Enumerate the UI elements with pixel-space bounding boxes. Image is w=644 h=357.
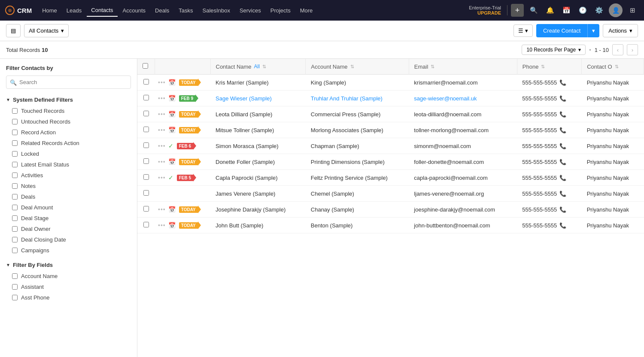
- contact-name-link[interactable]: Sage Wieser (Sample): [216, 95, 272, 102]
- dots-menu[interactable]: •••: [158, 79, 166, 86]
- fields-filter-header[interactable]: ▼ Filter By Fields: [0, 259, 137, 271]
- filter-item-email-status[interactable]: Latest Email Status: [0, 159, 137, 170]
- owner-sort-icon[interactable]: ⇅: [615, 64, 619, 70]
- phone-call-icon[interactable]: 📞: [559, 159, 566, 165]
- logo[interactable]: ◎ CRM: [5, 6, 32, 15]
- account-name-link[interactable]: Truhlar And Truhlar (Sample): [311, 95, 383, 102]
- phone-call-icon[interactable]: 📞: [559, 79, 566, 86]
- deal-owner-checkbox[interactable]: [12, 226, 18, 232]
- phone-call-icon[interactable]: 📞: [559, 143, 566, 149]
- grid-icon[interactable]: ⊞: [626, 4, 639, 17]
- touched-records-checkbox[interactable]: [12, 108, 18, 114]
- row-checkbox[interactable]: [143, 142, 149, 148]
- nav-item-projects[interactable]: Projects: [266, 5, 295, 16]
- nav-item-salesinbox[interactable]: SalesInbox: [198, 5, 234, 16]
- filter-item-asst-phone[interactable]: Asst Phone: [0, 292, 137, 303]
- notes-checkbox[interactable]: [12, 183, 18, 189]
- contact-filter-value[interactable]: All: [254, 64, 260, 70]
- related-records-checkbox[interactable]: [12, 140, 18, 146]
- nav-item-services[interactable]: Services: [235, 5, 265, 16]
- all-contacts-dropdown[interactable]: All Contacts ▾: [24, 24, 69, 37]
- deal-stage-checkbox[interactable]: [12, 215, 18, 221]
- assistant-checkbox[interactable]: [12, 284, 18, 290]
- nav-item-more[interactable]: More: [296, 5, 317, 16]
- bell-icon[interactable]: 🔔: [544, 4, 556, 17]
- dots-menu[interactable]: •••: [158, 158, 166, 165]
- search-icon[interactable]: 🔍: [527, 4, 540, 17]
- filter-item-untouched[interactable]: Untouched Records: [0, 116, 137, 127]
- nav-item-leads[interactable]: Leads: [62, 5, 86, 16]
- untouched-records-checkbox[interactable]: [12, 119, 18, 124]
- deal-amount-checkbox[interactable]: [12, 205, 18, 210]
- view-toggle-button[interactable]: ☰ ▾: [513, 24, 533, 37]
- nav-item-home[interactable]: Home: [38, 5, 61, 16]
- asst-phone-checkbox[interactable]: [12, 295, 18, 300]
- campaigns-checkbox[interactable]: [12, 248, 18, 253]
- row-checkbox[interactable]: [143, 158, 149, 164]
- deals-checkbox[interactable]: [12, 194, 18, 200]
- row-checkbox[interactable]: [143, 190, 149, 196]
- row-checkbox[interactable]: [143, 79, 149, 85]
- filter-item-campaigns[interactable]: Campaigns: [0, 245, 137, 256]
- nav-item-tasks[interactable]: Tasks: [174, 5, 197, 16]
- locked-checkbox[interactable]: [12, 151, 18, 157]
- email-status-checkbox[interactable]: [12, 162, 18, 167]
- nav-item-accounts[interactable]: Accounts: [118, 5, 150, 16]
- row-checkbox[interactable]: [143, 222, 149, 227]
- row-checkbox[interactable]: [143, 206, 149, 212]
- filter-item-deal-amount[interactable]: Deal Amount: [0, 202, 137, 213]
- select-all-checkbox[interactable]: [143, 63, 148, 69]
- filter-item-activities[interactable]: Activities: [0, 170, 137, 181]
- avatar[interactable]: 👤: [609, 3, 623, 17]
- filter-item-touched[interactable]: Touched Records: [0, 106, 137, 116]
- filter-button[interactable]: ▤: [6, 24, 21, 37]
- prev-page-button[interactable]: ‹: [612, 44, 623, 55]
- row-checkbox[interactable]: [143, 111, 149, 116]
- row-checkbox[interactable]: [143, 127, 149, 132]
- filter-item-account-name[interactable]: Account Name: [0, 271, 137, 281]
- dots-menu[interactable]: •••: [158, 174, 166, 181]
- upgrade-label[interactable]: UPGRADE: [469, 10, 501, 15]
- next-page-button[interactable]: ›: [627, 44, 638, 55]
- create-contact-arrow-button[interactable]: ▾: [587, 24, 599, 37]
- settings-icon[interactable]: ⚙️: [592, 4, 605, 17]
- filter-item-deals[interactable]: Deals: [0, 191, 137, 202]
- account-name-sort-icon[interactable]: ⇅: [350, 64, 354, 70]
- filter-item-related[interactable]: Related Records Action: [0, 138, 137, 148]
- dots-menu[interactable]: •••: [158, 206, 166, 213]
- phone-call-icon[interactable]: 📞: [559, 222, 566, 229]
- phone-call-icon[interactable]: 📞: [559, 127, 566, 133]
- filter-item-closing-date[interactable]: Deal Closing Date: [0, 234, 137, 245]
- phone-sort-icon[interactable]: ⇅: [541, 64, 545, 70]
- filter-item-locked[interactable]: Locked: [0, 148, 137, 159]
- dots-menu[interactable]: •••: [158, 127, 166, 133]
- phone-call-icon[interactable]: 📞: [559, 175, 566, 181]
- row-checkbox[interactable]: [143, 95, 149, 100]
- dots-menu[interactable]: •••: [158, 142, 166, 149]
- sidebar-search-input[interactable]: [6, 76, 131, 89]
- dots-menu[interactable]: •••: [158, 95, 166, 102]
- filter-item-deal-owner[interactable]: Deal Owner: [0, 224, 137, 234]
- system-filters-header[interactable]: ▼ System Defined Filters: [0, 94, 137, 106]
- filter-item-deal-stage[interactable]: Deal Stage: [0, 213, 137, 224]
- nav-item-contacts[interactable]: Contacts: [87, 4, 117, 17]
- dots-menu[interactable]: •••: [158, 222, 166, 229]
- calendar-icon[interactable]: 📅: [560, 4, 573, 17]
- closing-date-checkbox[interactable]: [12, 237, 18, 242]
- phone-call-icon[interactable]: 📞: [559, 111, 566, 118]
- per-page-dropdown[interactable]: 10 Records Per Page ▾: [522, 45, 586, 55]
- filter-item-notes[interactable]: Notes: [0, 181, 137, 191]
- add-button[interactable]: +: [511, 4, 524, 17]
- dots-menu[interactable]: •••: [158, 111, 166, 118]
- email-link[interactable]: sage-wieser@noemail.uk: [414, 95, 477, 102]
- phone-call-icon[interactable]: 📞: [559, 95, 566, 102]
- activities-checkbox[interactable]: [12, 172, 18, 178]
- nav-item-deals[interactable]: Deals: [151, 5, 173, 16]
- create-contact-button[interactable]: Create Contact: [536, 24, 587, 37]
- account-name-checkbox[interactable]: [12, 273, 18, 279]
- record-action-checkbox[interactable]: [12, 130, 18, 135]
- filter-item-assistant[interactable]: Assistant: [0, 281, 137, 292]
- actions-button[interactable]: Actions ▾: [603, 24, 638, 37]
- email-sort-icon[interactable]: ⇅: [431, 64, 434, 70]
- phone-call-icon[interactable]: 📞: [559, 206, 566, 213]
